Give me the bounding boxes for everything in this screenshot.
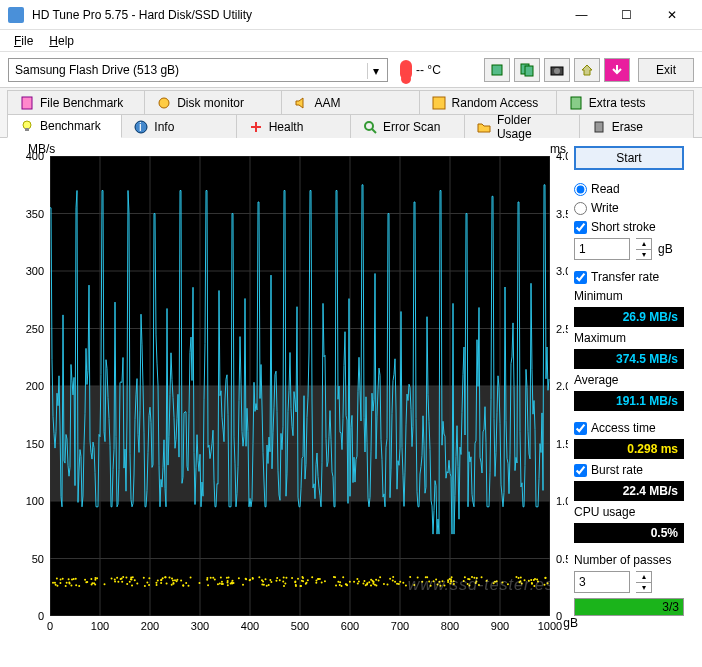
tab-random-access[interactable]: Random Access	[419, 90, 557, 114]
svg-point-279	[449, 582, 451, 584]
options-button[interactable]	[574, 58, 600, 82]
svg-point-239	[146, 581, 148, 583]
transfer-rate-check[interactable]: Transfer rate	[574, 269, 684, 285]
svg-point-188	[394, 581, 396, 583]
exit-button[interactable]: Exit	[638, 58, 694, 82]
svg-point-175	[306, 582, 308, 584]
svg-point-284	[353, 581, 355, 583]
svg-point-58	[324, 580, 326, 582]
svg-point-190	[266, 585, 268, 587]
svg-point-240	[94, 577, 96, 579]
svg-text:0.50: 0.50	[556, 553, 568, 565]
svg-point-266	[219, 582, 221, 584]
svg-point-263	[428, 581, 430, 583]
svg-point-115	[379, 576, 381, 578]
svg-point-170	[228, 577, 230, 579]
tab-benchmark[interactable]: Benchmark	[7, 114, 122, 138]
tab-info[interactable]: iInfo	[121, 114, 236, 138]
svg-point-183	[185, 582, 187, 584]
svg-point-129	[392, 579, 394, 581]
menu-help[interactable]: Help	[41, 32, 82, 50]
speaker-icon	[294, 96, 308, 110]
svg-point-55	[148, 584, 150, 586]
svg-point-146	[375, 579, 377, 581]
save-button[interactable]	[604, 58, 630, 82]
svg-text:200: 200	[141, 620, 159, 632]
svg-point-169	[129, 581, 131, 583]
svg-text:200: 200	[26, 380, 44, 392]
copy-screenshot-button[interactable]	[514, 58, 540, 82]
svg-point-99	[171, 577, 173, 579]
svg-point-127	[62, 578, 64, 580]
svg-rect-15	[595, 122, 603, 132]
svg-point-225	[421, 581, 423, 583]
burst-rate-check[interactable]: Burst rate	[574, 462, 684, 478]
svg-point-160	[339, 584, 341, 586]
svg-point-290	[346, 584, 348, 586]
tab-disk-monitor[interactable]: Disk monitor	[144, 90, 282, 114]
close-button[interactable]: ✕	[649, 1, 694, 29]
svg-text:0: 0	[47, 620, 53, 632]
info-icon: i	[134, 120, 148, 134]
svg-point-54	[190, 577, 192, 579]
tab-aam[interactable]: AAM	[281, 90, 419, 114]
svg-point-281	[227, 580, 229, 582]
tab-erase[interactable]: Erase	[579, 114, 694, 138]
start-button[interactable]: Start	[574, 146, 684, 170]
short-stroke-input[interactable]: 1	[574, 238, 630, 260]
svg-text:1000: 1000	[538, 620, 562, 632]
svg-point-196	[450, 581, 452, 583]
menu-file[interactable]: File	[6, 32, 41, 50]
svg-point-48	[315, 579, 317, 581]
toolbar: Samsung Flash Drive (513 gB) ▾ -- °C Exi…	[0, 52, 702, 88]
svg-point-63	[443, 584, 445, 586]
tab-folder-usage[interactable]: Folder Usage	[464, 114, 579, 138]
svg-point-283	[263, 584, 265, 586]
svg-point-237	[467, 583, 469, 585]
passes-input[interactable]: 3	[574, 571, 630, 593]
svg-point-282	[54, 582, 56, 584]
svg-point-118	[366, 582, 368, 584]
copy-info-button[interactable]	[484, 58, 510, 82]
short-stroke-spinner[interactable]: ▴▾	[636, 238, 652, 260]
minimum-label: Minimum	[574, 288, 684, 304]
maximize-button[interactable]: ☐	[604, 1, 649, 29]
short-stroke-check[interactable]: Short stroke	[574, 219, 684, 235]
screenshot-button[interactable]	[544, 58, 570, 82]
svg-text:700: 700	[391, 620, 409, 632]
svg-point-206	[59, 582, 61, 584]
svg-point-130	[383, 583, 385, 585]
svg-point-139	[114, 580, 116, 582]
svg-point-201	[436, 584, 438, 586]
tab-extra-tests[interactable]: Extra tests	[556, 90, 694, 114]
svg-point-251	[335, 585, 337, 587]
svg-point-198	[221, 583, 223, 585]
svg-point-137	[302, 580, 304, 582]
svg-point-101	[68, 578, 70, 580]
tab-health[interactable]: Health	[236, 114, 351, 138]
svg-point-179	[438, 581, 440, 583]
svg-point-131	[507, 583, 509, 585]
svg-text:400: 400	[241, 620, 259, 632]
access-time-check[interactable]: Access time	[574, 420, 684, 436]
svg-point-42	[276, 577, 278, 579]
svg-point-216	[56, 577, 58, 579]
read-radio[interactable]: Read	[574, 181, 684, 197]
svg-point-122	[375, 585, 377, 587]
drive-select[interactable]: Samsung Flash Drive (513 gB) ▾	[8, 58, 388, 82]
tab-file-benchmark[interactable]: File Benchmark	[7, 90, 145, 114]
menubar: File Help	[0, 30, 702, 52]
svg-point-167	[91, 582, 93, 584]
svg-point-228	[52, 582, 54, 584]
passes-spinner[interactable]: ▴▾	[636, 571, 652, 593]
svg-point-193	[258, 576, 260, 578]
minimize-button[interactable]: —	[559, 1, 604, 29]
tab-error-scan[interactable]: Error Scan	[350, 114, 465, 138]
svg-point-68	[528, 580, 530, 582]
svg-point-132	[481, 576, 483, 578]
svg-point-287	[171, 584, 173, 586]
write-radio[interactable]: Write	[574, 200, 684, 216]
drive-select-value: Samsung Flash Drive (513 gB)	[15, 63, 179, 77]
svg-text:100: 100	[91, 620, 109, 632]
svg-point-56	[283, 577, 285, 579]
